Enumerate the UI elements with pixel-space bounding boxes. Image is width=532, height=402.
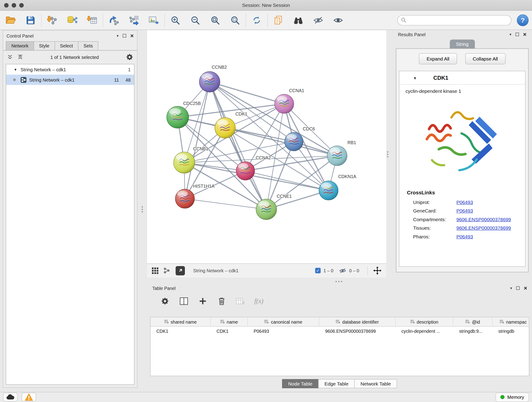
hidden-eye-slash-icon[interactable]: [339, 268, 346, 274]
tab-select[interactable]: Select: [55, 41, 78, 50]
collapse-all-icon[interactable]: [7, 55, 13, 60]
column-header[interactable]: @id: [453, 317, 493, 327]
network-canvas[interactable]: CCNB2CCNA1CDC25BCDK1CDC6RB1CCNB1CCNA2CDK…: [147, 30, 386, 263]
table-options-button[interactable]: [160, 296, 170, 306]
detach-arrow-icon: [178, 268, 183, 273]
close-panel-icon[interactable]: ×: [524, 285, 527, 291]
crosshair-icon[interactable]: [373, 267, 381, 275]
panel-menu-icon[interactable]: ▾: [117, 34, 119, 38]
close-panel-icon[interactable]: ×: [130, 33, 134, 39]
column-header[interactable]: canonical name: [248, 317, 319, 327]
gene-description: cyclin-dependent kinase 1: [399, 85, 525, 94]
column-header[interactable]: namespac: [493, 317, 530, 327]
column-header[interactable]: name: [211, 317, 248, 327]
zoom-fit-button[interactable]: [207, 12, 223, 28]
save-session-button[interactable]: [23, 12, 38, 28]
crosslink-link[interactable]: 9606.ENSP00000378699: [456, 216, 511, 222]
memory-button[interactable]: Memory: [496, 392, 529, 402]
network-row[interactable]: String Network – cdk1 11 48: [6, 75, 134, 85]
crosslink-link[interactable]: P06493: [456, 208, 473, 213]
delete-table-button-disabled[interactable]: [235, 296, 246, 306]
tab-sets[interactable]: Sets: [78, 41, 99, 50]
toolbar-separator: [41, 13, 42, 27]
float-panel-icon[interactable]: [516, 287, 520, 290]
network-node-hist1h1a[interactable]: HIST1H1A: [175, 184, 215, 208]
maximize-window-button[interactable]: [19, 3, 24, 7]
column-header[interactable]: database identifier: [319, 317, 396, 327]
collapse-all-button[interactable]: Collapse All: [465, 53, 505, 64]
right-splitter[interactable]: [387, 151, 388, 157]
import-network-file-icon: [47, 15, 57, 25]
tab-node-table[interactable]: Node Table: [282, 379, 319, 388]
collapse-gene-icon[interactable]: ▼: [413, 76, 417, 80]
warnings-button[interactable]: [22, 393, 36, 402]
crosslink-link[interactable]: P06493: [456, 199, 473, 205]
export-image-button[interactable]: [146, 12, 162, 28]
network-node-rb1[interactable]: RB1: [327, 140, 356, 166]
network-node-ccnb1[interactable]: CCNB1: [174, 146, 209, 173]
expand-all-button[interactable]: Expand All: [419, 53, 457, 64]
network-node-ccnb2[interactable]: CCNB2: [199, 65, 227, 92]
network-edge[interactable]: [245, 171, 329, 191]
network-node-cdkn1a[interactable]: CDKN1A: [319, 174, 356, 200]
search-input[interactable]: [409, 17, 508, 23]
import-network-from-file-button[interactable]: [44, 12, 60, 28]
tab-style[interactable]: Style: [33, 41, 55, 50]
panel-menu-icon[interactable]: ▾: [510, 32, 511, 36]
network-collection-row[interactable]: ▼ String Network – cdk1 1: [6, 64, 134, 75]
show-columns-button[interactable]: [179, 296, 189, 306]
network-edge[interactable]: [210, 82, 284, 104]
apply-preferred-layout-button[interactable]: [249, 12, 265, 28]
zoom-selected-button[interactable]: [227, 12, 243, 28]
copy-button[interactable]: [271, 12, 286, 28]
gear-icon[interactable]: [126, 54, 133, 61]
crosslink-label: Uniprot:: [413, 199, 456, 205]
close-panel-icon[interactable]: ×: [523, 32, 526, 37]
table-row[interactable]: CDK1 CDK1 P06493 9606.ENSP00000378699 cy…: [151, 327, 529, 336]
tab-network-table[interactable]: Network Table: [354, 379, 397, 388]
selected-checkbox[interactable]: ✓: [315, 268, 321, 274]
delete-column-button[interactable]: [216, 296, 227, 306]
network-edge[interactable]: [185, 82, 210, 199]
function-builder-button[interactable]: f(x): [254, 298, 264, 305]
network-overview-icon[interactable]: [163, 267, 170, 274]
panel-menu-icon[interactable]: ▾: [510, 286, 512, 290]
find-button[interactable]: [291, 12, 306, 28]
import-network-from-database-button[interactable]: [64, 12, 80, 28]
crosslink-link[interactable]: P06493: [456, 234, 473, 239]
tab-edge-table[interactable]: Edge Table: [318, 379, 355, 388]
network-edge[interactable]: [210, 82, 266, 210]
show-graphics-details-button[interactable]: [330, 12, 346, 28]
detach-view-button[interactable]: [176, 266, 185, 275]
float-panel-icon[interactable]: [515, 33, 519, 36]
column-sort-icon: [220, 319, 225, 324]
hide-graphics-details-button[interactable]: [310, 12, 326, 28]
tree-expand-icon[interactable]: ▼: [14, 68, 17, 71]
network-edge[interactable]: [185, 199, 266, 210]
zoom-in-button[interactable]: [167, 12, 183, 28]
import-table-button[interactable]: [84, 12, 100, 28]
open-session-button[interactable]: [3, 12, 19, 28]
left-splitter[interactable]: [142, 206, 143, 212]
crosslink-link[interactable]: 9606.ENSP00000378699: [456, 225, 511, 230]
create-column-button[interactable]: [198, 296, 208, 306]
new-network-from-selection-button[interactable]: [106, 12, 122, 28]
expand-to-top-icon[interactable]: [18, 55, 23, 60]
gene-card-header[interactable]: ▼ CDK1: [399, 71, 525, 85]
network-node-cdk1[interactable]: CDK1: [215, 111, 247, 138]
minimize-window-button[interactable]: [12, 3, 16, 7]
network-node-ccna1[interactable]: CCNA1: [275, 88, 304, 114]
column-header[interactable]: description: [396, 317, 453, 327]
help-button[interactable]: ?: [517, 14, 529, 26]
documents-icon: [274, 15, 283, 25]
export-network-button[interactable]: [126, 12, 142, 28]
horizontal-splitter[interactable]: [336, 281, 342, 282]
grid-view-icon[interactable]: [152, 267, 158, 274]
column-header[interactable]: shared name: [151, 317, 211, 327]
float-panel-icon[interactable]: [123, 34, 126, 38]
string-tab[interactable]: String: [450, 40, 475, 49]
cloud-status-button[interactable]: [3, 393, 18, 402]
close-window-button[interactable]: [4, 3, 9, 7]
tab-network[interactable]: Network: [6, 41, 34, 50]
zoom-out-button[interactable]: [187, 12, 203, 28]
